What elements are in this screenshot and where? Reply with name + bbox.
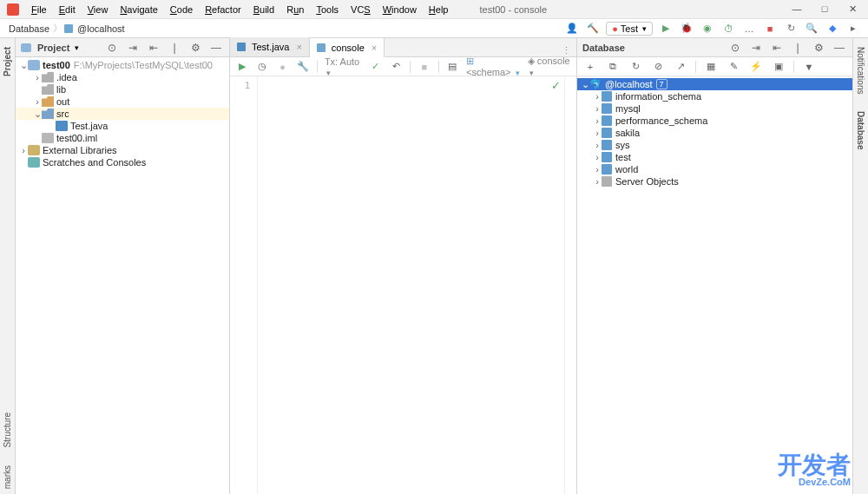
ide-button[interactable]: ◆ — [825, 21, 840, 36]
structure-tool-button[interactable]: Structure — [3, 412, 12, 448]
project-root[interactable]: ⌄ test00 F:\MyProjects\TestMySQL\test00 — [16, 59, 229, 71]
expand-arrow[interactable]: ⌄ — [581, 79, 589, 90]
tab-close-icon[interactable]: × — [372, 43, 377, 53]
tab-test-java[interactable]: Test.java × — [230, 37, 310, 56]
schema-node[interactable]: ›world — [577, 163, 852, 175]
tab-close-icon[interactable]: × — [296, 42, 301, 52]
project-tree[interactable]: ⌄ test00 F:\MyProjects\TestMySQL\test00 … — [16, 57, 229, 494]
hide-icon[interactable]: — — [832, 40, 847, 56]
schema-node[interactable]: ›test — [577, 151, 852, 163]
execute-plan-icon[interactable]: ◷ — [255, 59, 268, 75]
tree-node-out[interactable]: › out — [16, 96, 229, 108]
edit-icon[interactable]: ✎ — [726, 59, 741, 75]
close-button[interactable]: ✕ — [844, 3, 861, 15]
project-panel-title[interactable]: Project — [37, 43, 69, 53]
datasource-node[interactable]: ⌄ 🐬 @localhost 7 — [577, 78, 852, 90]
build-icon[interactable]: 🔨 — [585, 21, 601, 36]
scratches-consoles[interactable]: Scratches and Consoles — [16, 156, 229, 168]
tree-node-idea[interactable]: › .idea — [16, 71, 229, 83]
jump-icon[interactable]: ↗ — [673, 59, 688, 75]
tree-node-test-java[interactable]: Test.java — [16, 120, 229, 132]
attach-button[interactable]: … — [741, 21, 757, 36]
more-button[interactable]: ▸ — [845, 21, 861, 36]
rollback-icon[interactable]: ↶ — [390, 59, 403, 75]
minimize-button[interactable]: — — [788, 3, 806, 15]
run-button[interactable]: ▶ — [658, 21, 674, 36]
breadcrumb-item[interactable]: @localhost — [76, 23, 127, 34]
expand-arrow[interactable]: ⌄ — [33, 109, 42, 120]
hide-icon[interactable]: — — [208, 40, 224, 56]
menu-edit[interactable]: Edit — [54, 3, 81, 16]
settings-icon[interactable]: 🔧 — [296, 59, 309, 75]
menu-build[interactable]: Build — [248, 3, 279, 16]
schema-node[interactable]: ›mysql — [577, 102, 852, 115]
menu-file[interactable]: File — [26, 3, 52, 16]
schema-node[interactable]: ›sakila — [577, 127, 852, 139]
add-datasource-icon[interactable]: + — [582, 59, 598, 75]
database-tree[interactable]: ⌄ 🐬 @localhost 7 ›information_schema ›my… — [577, 76, 852, 494]
ddl-icon[interactable]: ⚡ — [748, 59, 764, 75]
schema-node[interactable]: ›information_schema — [577, 90, 852, 102]
user-icon[interactable]: 👤 — [564, 21, 580, 36]
menu-refactor[interactable]: Refactor — [200, 3, 247, 16]
coverage-button[interactable]: ◉ — [700, 21, 715, 36]
select-opened-icon[interactable]: ⊙ — [727, 40, 743, 56]
view-selector[interactable]: ▾ — [75, 43, 79, 52]
select-opened-icon[interactable]: ⊙ — [104, 40, 120, 56]
schema-node[interactable]: ›performance_schema — [577, 115, 852, 127]
expand-icon[interactable]: ⇥ — [125, 40, 141, 56]
filter-icon[interactable]: ▼ — [801, 59, 817, 75]
expand-arrow[interactable]: › — [33, 72, 42, 82]
menu-window[interactable]: Window — [378, 3, 422, 16]
collapse-icon[interactable]: ⇤ — [146, 40, 161, 56]
tree-node-iml[interactable]: test00.iml — [16, 132, 229, 144]
diagram-icon[interactable]: ▣ — [771, 59, 786, 75]
collapse-icon[interactable]: ⇤ — [769, 40, 785, 56]
view-icon[interactable]: ▤ — [446, 59, 459, 75]
debug-button[interactable]: 🐞 — [679, 21, 694, 36]
database-tool-button[interactable]: Database — [856, 111, 865, 149]
commit-icon[interactable]: ✓ — [369, 59, 382, 75]
expand-arrow[interactable]: › — [19, 145, 28, 155]
settings-icon[interactable]: ⚙ — [187, 40, 203, 56]
breadcrumb-item[interactable]: Database — [7, 23, 51, 34]
run-config-selector[interactable]: ●Test▾ — [606, 22, 653, 36]
server-objects-node[interactable]: ›Server Objects — [577, 175, 852, 188]
bookmarks-tool-button[interactable]: marks — [3, 465, 12, 489]
expand-icon[interactable]: ⇥ — [748, 40, 764, 56]
explain-icon[interactable]: ● — [276, 59, 289, 75]
code-area[interactable] — [258, 76, 564, 494]
menu-navigate[interactable]: Navigate — [115, 3, 162, 16]
menu-help[interactable]: Help — [424, 3, 454, 16]
maximize-button[interactable]: □ — [816, 3, 833, 15]
inspection-ok-icon[interactable]: ✓ — [551, 79, 561, 92]
table-icon[interactable]: ▦ — [703, 59, 719, 75]
schema-selector[interactable]: ⊞ <schema> ▾ — [466, 56, 521, 77]
expand-arrow[interactable]: › — [33, 96, 42, 107]
tree-node-src[interactable]: ⌄ src — [16, 108, 229, 120]
menu-view[interactable]: View — [82, 3, 114, 16]
stop-button[interactable]: ■ — [762, 21, 778, 36]
profile-button[interactable]: ⏱ — [720, 21, 736, 36]
refresh-icon[interactable]: ↻ — [628, 59, 643, 75]
menu-code[interactable]: Code — [165, 3, 198, 16]
execute-button[interactable]: ▶ — [235, 59, 248, 75]
editor-body[interactable]: 1 ✓ — [230, 76, 576, 494]
duplicate-icon[interactable]: ⧉ — [605, 59, 621, 75]
schema-node[interactable]: ›sys — [577, 139, 852, 151]
tab-console[interactable]: console × — [310, 38, 385, 57]
menu-run[interactable]: Run — [281, 3, 309, 16]
console-selector[interactable]: ◈ console ▾ — [528, 56, 571, 77]
update-button[interactable]: ↻ — [783, 21, 799, 36]
external-libraries[interactable]: › External Libraries — [16, 144, 229, 156]
menu-tools[interactable]: Tools — [311, 3, 344, 16]
tree-node-lib[interactable]: lib — [16, 83, 229, 96]
menu-vcs[interactable]: VCS — [345, 3, 376, 16]
expand-arrow[interactable]: ⌄ — [19, 60, 28, 71]
search-button[interactable]: 🔍 — [804, 21, 819, 36]
tx-mode[interactable]: Tx: Auto ▾ — [325, 56, 362, 77]
stop-icon[interactable]: ⊘ — [650, 59, 666, 75]
database-panel-title[interactable]: Database — [582, 43, 625, 53]
cancel-icon[interactable]: ■ — [418, 59, 431, 75]
settings-icon[interactable]: ⚙ — [811, 40, 826, 56]
